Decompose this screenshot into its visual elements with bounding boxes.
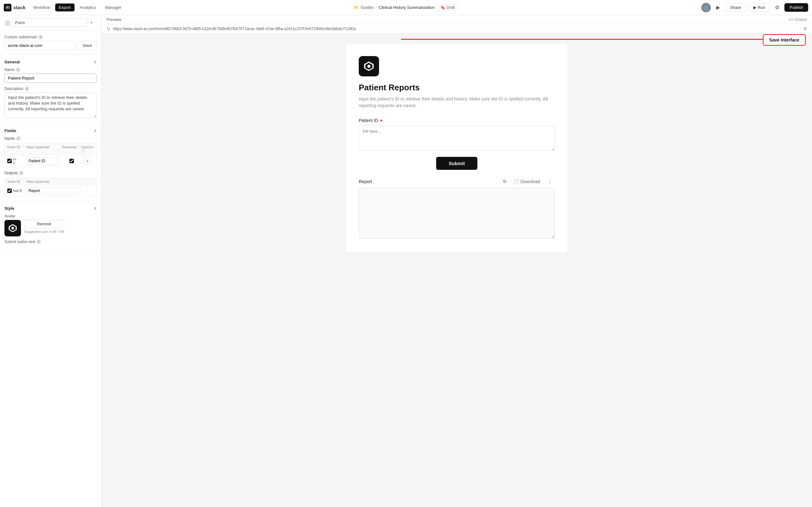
copy-icon: ⧉ bbox=[503, 179, 506, 184]
patient-id-label: Patient ID ★ bbox=[359, 118, 555, 123]
subdomain-save-button[interactable]: Save bbox=[78, 41, 97, 50]
th-out-node-id: Node ID bbox=[7, 180, 26, 183]
form-card: Patient Reports Input the patient's ID t… bbox=[346, 43, 568, 252]
logo-text: stack bbox=[13, 5, 26, 10]
input-row-0-checkbox[interactable] bbox=[7, 159, 12, 163]
subdomain-input[interactable] bbox=[4, 41, 76, 50]
breadcrumb-folder[interactable]: Guides bbox=[361, 5, 374, 10]
avatar-actions: Remove Suggested size is 64 × 64 bbox=[24, 220, 64, 233]
run-label: Run bbox=[758, 5, 765, 10]
play-icon-btn[interactable]: ▶ bbox=[713, 3, 723, 12]
style-collapse-btn[interactable]: ∧ bbox=[94, 206, 97, 211]
report-actions: ⧉ 📄 Download ⋮ bbox=[501, 177, 555, 185]
embed-code-icon: </> bbox=[789, 17, 794, 22]
report-section: Report ⧉ 📄 Download ⋮ bbox=[359, 177, 555, 239]
svg-point-0 bbox=[7, 7, 8, 8]
run-button[interactable]: ▶ Run bbox=[749, 3, 770, 12]
outputs-label: Outputs i bbox=[4, 171, 97, 175]
name-info-icon[interactable]: i bbox=[16, 67, 20, 72]
user-avatar[interactable] bbox=[701, 3, 711, 12]
subdomain-info-icon[interactable]: i bbox=[38, 35, 43, 39]
submit-button[interactable]: Submit bbox=[436, 157, 478, 170]
top-navigation: stack Workflow Export Analytics Manager … bbox=[0, 0, 812, 15]
save-interface-button[interactable]: Save Interface bbox=[763, 34, 806, 46]
inputs-info-icon[interactable]: i bbox=[16, 136, 20, 141]
breadcrumb-separator: / bbox=[375, 5, 377, 10]
options-info-icon[interactable]: ⓘ bbox=[82, 149, 85, 153]
report-copy-button[interactable]: ⧉ bbox=[501, 177, 509, 185]
chevron-down-icon: ▼ bbox=[90, 21, 93, 24]
fields-section-header: Fields ∧ bbox=[4, 128, 97, 133]
report-title: Report bbox=[359, 179, 372, 184]
refresh-icon[interactable]: ↻ bbox=[107, 26, 110, 32]
share-button[interactable]: Share bbox=[725, 3, 746, 12]
url-input[interactable] bbox=[113, 26, 801, 31]
nav-tab-manager[interactable]: Manager bbox=[101, 3, 125, 11]
output-row-0-checkbox[interactable] bbox=[7, 188, 12, 193]
output-row-0-alias[interactable] bbox=[26, 187, 80, 194]
description-info-icon[interactable]: i bbox=[25, 87, 29, 91]
subdomain-section: Custom subdomain i Save bbox=[0, 31, 101, 55]
form-selector-header: ⬜ Form ▼ bbox=[0, 15, 101, 31]
form-title: Patient Reports bbox=[359, 83, 555, 93]
main-layout: ⬜ Form ▼ Custom subdomain i Save General bbox=[0, 15, 812, 507]
settings-icon-btn[interactable]: ⚙ bbox=[772, 3, 782, 12]
report-output[interactable] bbox=[359, 188, 555, 239]
nav-right: ▶ Share ▶ Run ⚙ Publish bbox=[701, 3, 808, 12]
nav-tab-workflow[interactable]: Workflow bbox=[29, 3, 54, 11]
avatar-preview bbox=[4, 220, 21, 236]
report-header: Report ⧉ 📄 Download ⋮ bbox=[359, 177, 555, 185]
subdomain-row: Save bbox=[4, 41, 97, 50]
outputs-table-header: Node ID Alias (optional) bbox=[5, 178, 96, 185]
download-icon: 📄 bbox=[514, 179, 519, 184]
breadcrumb-page[interactable]: Clinical History Summarization bbox=[379, 5, 435, 10]
description-textarea[interactable]: Input the patient's ID to retrieve their… bbox=[4, 93, 97, 118]
nav-tab-export[interactable]: Export bbox=[55, 3, 75, 11]
report-more-button[interactable]: ⋮ bbox=[545, 178, 555, 185]
svg-point-4 bbox=[367, 65, 370, 68]
app-logo: stack bbox=[4, 4, 26, 11]
th-node-id: Node ID bbox=[7, 145, 26, 153]
draft-icon: 🔖 bbox=[441, 5, 445, 10]
more-icon: ⋮ bbox=[548, 179, 552, 184]
style-section: Style ∧ Avatar Remove Suggested size is … bbox=[0, 201, 101, 250]
general-section: General ∧ Name i Description i Input the… bbox=[0, 55, 101, 124]
fields-collapse-btn[interactable]: ∧ bbox=[94, 128, 97, 133]
copy-url-icon[interactable]: ⧉ bbox=[804, 26, 807, 32]
embed-button[interactable]: </> Embed bbox=[789, 17, 807, 22]
publish-button[interactable]: Publish bbox=[784, 3, 808, 12]
fields-section: Fields ∧ Inputs i Node ID Alias (optiona… bbox=[0, 124, 101, 201]
url-bar: ↻ ⧉ bbox=[101, 24, 812, 34]
avatar-section: Remove Suggested size is 64 × 64 bbox=[4, 220, 97, 236]
draft-label: Draft bbox=[447, 5, 455, 10]
report-download-button[interactable]: 📄 Download bbox=[511, 178, 543, 185]
nav-tab-analytics[interactable]: Analytics bbox=[76, 3, 100, 11]
logo-icon bbox=[4, 4, 11, 11]
subdomain-label: Custom subdomain i bbox=[4, 35, 97, 39]
patient-id-input[interactable] bbox=[359, 125, 555, 151]
output-row-0: out-0 bbox=[5, 185, 96, 196]
general-collapse-btn[interactable]: ∧ bbox=[94, 59, 97, 64]
form-select[interactable]: Form bbox=[12, 18, 88, 27]
th-out-alias: Alias (optional) bbox=[26, 180, 94, 183]
input-row-0-add-btn[interactable]: + bbox=[84, 157, 91, 165]
name-label: Name i bbox=[4, 67, 97, 72]
form-logo bbox=[359, 56, 379, 76]
run-play-icon: ▶ bbox=[753, 5, 757, 10]
outputs-info-icon[interactable]: i bbox=[19, 171, 23, 175]
name-input[interactable] bbox=[4, 73, 97, 83]
svg-point-1 bbox=[11, 227, 14, 229]
inputs-label: Inputs i bbox=[4, 136, 97, 141]
submit-text-info-icon[interactable]: i bbox=[37, 239, 41, 244]
general-title: General bbox=[4, 60, 20, 64]
draft-badge[interactable]: 🔖 Draft bbox=[437, 4, 458, 11]
fields-title: Fields bbox=[4, 128, 16, 133]
required-star: ★ bbox=[379, 118, 384, 123]
breadcrumb: 📁 Guides / Clinical History Summarizatio… bbox=[354, 5, 435, 10]
form-description: Input the patient's ID to retrieve their… bbox=[359, 96, 555, 109]
style-section-header: Style ∧ bbox=[4, 206, 97, 211]
avatar-remove-button[interactable]: Remove bbox=[24, 220, 64, 228]
input-row-0-alias[interactable] bbox=[26, 158, 59, 164]
form-icon: ⬜ bbox=[4, 20, 10, 25]
input-row-0-required[interactable] bbox=[69, 159, 74, 163]
